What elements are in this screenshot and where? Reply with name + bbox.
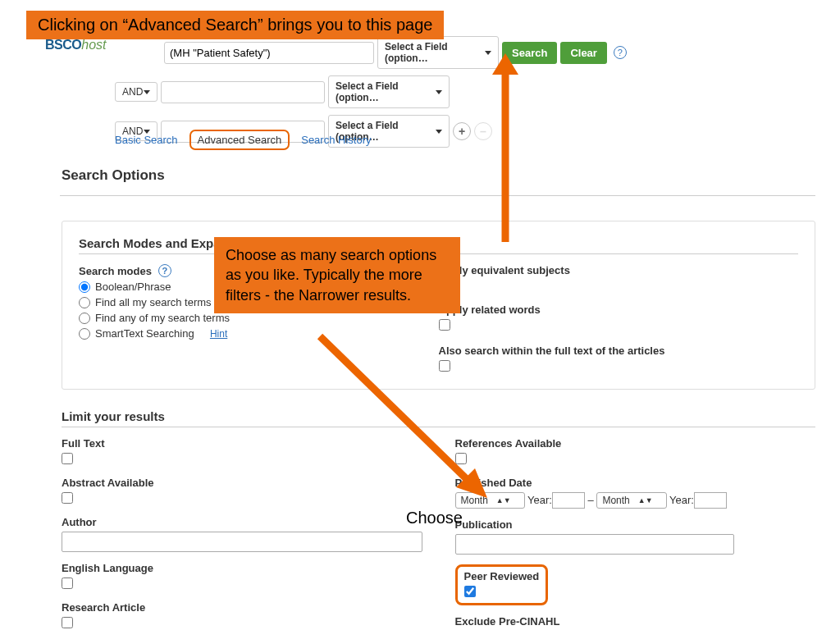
help-icon[interactable]: ? [158, 264, 171, 277]
month-to-select[interactable]: Month▲▼ [596, 492, 666, 509]
month-from-select[interactable]: Month▲▼ [455, 492, 525, 509]
options-heading: Search Options [62, 167, 815, 184]
mode-boolean-radio[interactable] [79, 281, 90, 293]
field-select-1[interactable]: Select a Field (option… [377, 36, 499, 69]
annotation-choose: Choose [406, 509, 463, 527]
limit-english-check[interactable] [62, 578, 73, 589]
limit-research-check[interactable] [62, 617, 73, 628]
field-select-label: Select a Field (option… [385, 41, 485, 64]
basic-search-link[interactable]: Basic Search [115, 134, 178, 146]
search-modes-label: Search modes [79, 265, 152, 277]
advanced-search-tab[interactable]: Advanced Search [189, 130, 290, 150]
remove-row-button: – [474, 122, 492, 140]
limit-peer-label: Peer Reviewed [464, 570, 540, 582]
limit-english-label: English Language [62, 562, 422, 574]
year-from-input[interactable] [552, 492, 585, 509]
limit-abstract-label: Abstract Available [62, 477, 422, 489]
search-input-1[interactable] [164, 42, 374, 64]
mode-smarttext[interactable]: SmartText Searching Hint [79, 327, 439, 340]
logo: BSCOhost [45, 38, 106, 52]
limit-research-label: Research Article [62, 601, 422, 614]
clear-button[interactable]: Clear [560, 42, 607, 64]
limit-fulltext-label: Full Text [62, 437, 422, 450]
mode-any-radio[interactable] [79, 313, 90, 324]
publication-input[interactable] [455, 534, 734, 555]
field-select-label: Select a Field (option… [336, 80, 436, 103]
add-row-button[interactable]: + [453, 122, 471, 140]
mode-smarttext-radio[interactable] [79, 328, 90, 340]
mode-any[interactable]: Find any of my search terms [79, 312, 439, 324]
limit-exclpre-label: Exclude Pre-CINAHL [455, 615, 816, 628]
limits-heading: Limit your results [62, 409, 815, 427]
peer-reviewed-highlight: Peer Reviewed [455, 564, 549, 605]
search-history-link[interactable]: Search History [301, 134, 371, 146]
limit-refs-label: References Available [455, 437, 816, 450]
logo-text-1: BSCO [45, 38, 81, 52]
limit-author-label: Author [62, 516, 422, 528]
year-from-label: Year: [527, 494, 552, 506]
annotation-mid: Choose as many search options as you lik… [214, 237, 460, 313]
limit-pubdate-label: Published Date [455, 477, 816, 489]
chevron-down-icon [485, 51, 491, 55]
chevron-down-icon [436, 130, 442, 134]
operator-select-2[interactable]: AND [115, 82, 158, 102]
mode-all-radio[interactable] [79, 297, 90, 308]
limit-fulltext-check[interactable] [62, 453, 73, 464]
author-input[interactable] [62, 532, 422, 552]
limit-abstract-check[interactable] [62, 492, 73, 504]
year-to-input[interactable] [694, 492, 727, 509]
expander-related-check[interactable] [439, 319, 450, 331]
limit-publication-label: Publication [455, 518, 816, 531]
limit-refs-check[interactable] [455, 453, 467, 464]
expander-fulltext-check[interactable] [439, 360, 450, 372]
field-select-2[interactable]: Select a Field (option… [328, 75, 450, 108]
annotation-top: Clicking on “Advanced Search” brings you… [26, 11, 444, 39]
search-mode-links: Basic Search Advanced Search Search Hist… [115, 130, 371, 150]
operator-label: AND [122, 86, 143, 98]
expander-fulltext-label: Also search within the full text of the … [439, 345, 665, 357]
chevron-down-icon [436, 90, 442, 94]
limit-peer-check[interactable] [464, 586, 476, 597]
help-icon[interactable]: ? [614, 46, 627, 59]
search-button[interactable]: Search [502, 42, 557, 64]
logo-text-2: host [81, 38, 106, 52]
hint-link[interactable]: Hint [210, 328, 227, 340]
chevron-down-icon [144, 90, 150, 94]
search-input-2[interactable] [161, 81, 325, 103]
year-to-label: Year: [669, 494, 694, 506]
